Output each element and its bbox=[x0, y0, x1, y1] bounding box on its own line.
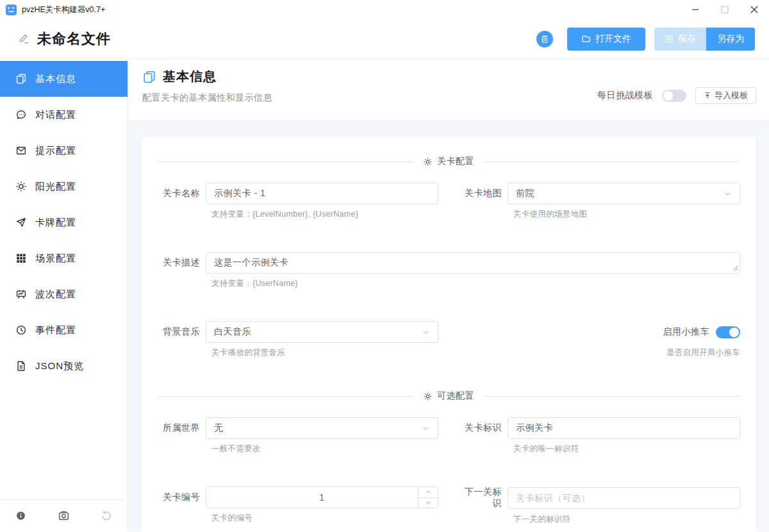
sidebar-item-label: 卡牌配置 bbox=[35, 217, 76, 229]
import-template-button[interactable]: 导入模板 bbox=[695, 87, 756, 104]
clipboard-button[interactable] bbox=[536, 31, 553, 47]
maximize-button[interactable] bbox=[710, 0, 740, 19]
sidebar-item-hint-config[interactable]: 提示配置 bbox=[0, 133, 128, 169]
level-number-field-group: 关卡编号 bbox=[157, 486, 438, 525]
open-file-button[interactable]: 打开文件 bbox=[567, 28, 645, 51]
chevron-down-icon bbox=[724, 190, 732, 198]
clock-icon bbox=[15, 324, 27, 336]
app-header: 未命名文件 打开文件 保存 另存为 bbox=[0, 19, 769, 59]
sidebar-item-label: 提示配置 bbox=[35, 145, 76, 157]
next-level-id-field-group: 下一关标识 下一关的标识符 bbox=[459, 486, 740, 525]
minimize-icon bbox=[691, 6, 699, 13]
chart-board-icon bbox=[15, 288, 27, 300]
level-map-hint: 关卡使用的场景地图 bbox=[513, 209, 740, 220]
info-button[interactable] bbox=[15, 510, 26, 521]
cart-toggle-hint: 是否启用开局小推车 bbox=[666, 347, 740, 358]
sidebar-item-label: 基本信息 bbox=[35, 73, 76, 85]
level-desc-textarea[interactable]: 这是一个示例关卡 bbox=[206, 252, 740, 274]
chevron-down-icon bbox=[422, 328, 430, 337]
sidebar-item-event-config[interactable]: 事件配置 bbox=[0, 312, 128, 348]
sidebar-item-json-preview[interactable]: JSON预览 bbox=[0, 348, 128, 384]
minimize-button[interactable] bbox=[681, 0, 710, 19]
next-level-id-hint: 下一关的标识符 bbox=[513, 514, 740, 525]
save-button-group: 保存 另存为 bbox=[654, 28, 755, 51]
world-field-group: 所属世界 无 一般不需要改 bbox=[157, 417, 438, 454]
level-number-hint: 关卡的编号 bbox=[211, 513, 438, 524]
level-map-select[interactable]: 前院 bbox=[508, 183, 740, 204]
sidebar-item-card-config[interactable]: 卡牌配置 bbox=[0, 204, 128, 240]
bgm-field-group: 背景音乐 白天音乐 关卡播放的背景音乐 bbox=[157, 321, 438, 358]
import-template-label: 导入模板 bbox=[715, 90, 748, 101]
sidebar-item-dialogue-config[interactable]: 对话配置 bbox=[0, 97, 128, 133]
chevron-up-icon bbox=[426, 489, 431, 495]
gear-icon bbox=[423, 157, 433, 167]
bgm-select[interactable]: 白天音乐 bbox=[206, 321, 438, 343]
file-title: 未命名文件 bbox=[37, 29, 111, 49]
reset-button[interactable] bbox=[101, 510, 112, 522]
basic-info-card: 关卡配置 关卡名称 支持变量：{LevelNumber}, {UserName} bbox=[141, 137, 756, 531]
info-icon bbox=[15, 510, 26, 521]
sidebar-item-sun-config[interactable]: 阳光配置 bbox=[0, 169, 128, 204]
cart-toggle-label: 启用小推车 bbox=[663, 326, 710, 338]
save-button[interactable]: 保存 bbox=[654, 28, 706, 51]
world-hint: 一般不需要改 bbox=[211, 444, 438, 454]
window-title: pvzHE关卡构建器v0.7+ bbox=[22, 4, 105, 15]
sidebar-item-label: 波次配置 bbox=[35, 288, 76, 301]
sidebar: 基本信息 对话配置 提示配置 阳光配置 卡牌配置 bbox=[0, 59, 128, 531]
level-desc-field-group: 关卡描述 这是一个示例关卡 支持变量：{UserName} bbox=[157, 252, 740, 289]
chat-icon bbox=[15, 109, 27, 121]
send-icon bbox=[15, 217, 27, 228]
sidebar-item-label: 阳光配置 bbox=[35, 181, 76, 193]
save-label: 保存 bbox=[678, 33, 696, 45]
app-logo-icon bbox=[6, 4, 17, 15]
window-controls bbox=[681, 0, 769, 19]
level-id-hint: 关卡的唯一标识符 bbox=[513, 444, 740, 454]
bgm-value: 白天音乐 bbox=[214, 326, 422, 338]
maximize-icon bbox=[721, 6, 729, 13]
daily-template-label: 每日挑战模板 bbox=[597, 90, 653, 101]
save-as-label: 另存为 bbox=[717, 33, 744, 45]
world-label: 所属世界 bbox=[157, 422, 206, 434]
main-area: 基本信息 配置关卡的基本属性和显示信息 每日挑战模板 导入模板 bbox=[128, 59, 769, 531]
section-title-optional-config: 可选配置 bbox=[437, 390, 474, 402]
level-map-field-group: 关卡地图 前院 关卡使用的场景地图 bbox=[459, 183, 740, 220]
level-id-input[interactable] bbox=[508, 417, 740, 439]
gear-icon bbox=[423, 392, 433, 401]
sidebar-item-basic-info[interactable]: 基本信息 bbox=[0, 61, 128, 97]
level-map-value: 前院 bbox=[516, 188, 724, 199]
level-name-label: 关卡名称 bbox=[157, 188, 206, 199]
chevron-down-icon bbox=[422, 424, 430, 433]
level-number-stepper bbox=[418, 487, 438, 508]
sidebar-item-label: JSON预览 bbox=[35, 360, 84, 372]
grid-icon bbox=[15, 253, 27, 264]
section-divider-level-config: 关卡配置 bbox=[157, 156, 740, 167]
next-level-id-input[interactable] bbox=[508, 487, 740, 509]
edit-pencil-icon bbox=[18, 33, 30, 45]
mail-icon bbox=[15, 145, 27, 156]
clipboard-icon bbox=[540, 35, 549, 44]
camera-icon bbox=[58, 510, 70, 522]
folder-open-icon bbox=[581, 34, 591, 44]
stepper-increase-button[interactable] bbox=[418, 487, 438, 498]
world-select[interactable]: 无 bbox=[206, 417, 438, 439]
cart-toggle[interactable] bbox=[716, 326, 740, 338]
bgm-hint: 关卡播放的背景音乐 bbox=[211, 347, 438, 358]
level-desc-hint: 支持变量：{UserName} bbox=[211, 278, 740, 289]
save-icon bbox=[665, 35, 674, 44]
sidebar-item-wave-config[interactable]: 波次配置 bbox=[0, 276, 128, 312]
daily-template-toggle[interactable] bbox=[662, 90, 686, 102]
save-as-button[interactable]: 另存为 bbox=[706, 28, 755, 51]
content-scroll-area: 关卡配置 关卡名称 支持变量：{LevelNumber}, {UserName} bbox=[128, 121, 769, 531]
level-number-input[interactable] bbox=[206, 486, 438, 508]
stepper-decrease-button[interactable] bbox=[418, 498, 438, 508]
screenshot-button[interactable] bbox=[58, 510, 70, 522]
level-name-input[interactable] bbox=[206, 183, 438, 204]
open-file-label: 打开文件 bbox=[595, 33, 631, 45]
level-number-label: 关卡编号 bbox=[157, 492, 206, 503]
close-button[interactable] bbox=[740, 0, 769, 19]
reset-icon bbox=[101, 510, 112, 522]
sidebar-item-label: 事件配置 bbox=[35, 324, 76, 337]
cart-toggle-group: 启用小推车 是否启用开局小推车 bbox=[459, 321, 740, 358]
sidebar-item-scene-config[interactable]: 场景配置 bbox=[0, 240, 128, 276]
level-desc-label: 关卡描述 bbox=[157, 257, 206, 269]
